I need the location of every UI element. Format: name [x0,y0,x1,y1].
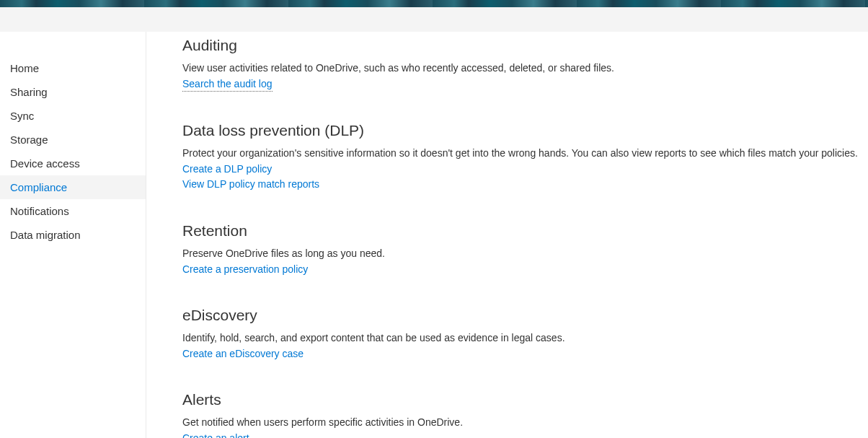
create-preservation-policy-link[interactable]: Create a preservation policy [182,263,868,277]
ediscovery-heading: eDiscovery [182,307,868,324]
create-alert-link[interactable]: Create an alert [182,432,868,438]
sidebar-item-data-migration[interactable]: Data migration [0,223,146,247]
retention-desc: Preserve OneDrive files as long as you n… [182,247,868,261]
section-ediscovery: eDiscovery Identify, hold, search, and e… [182,307,868,361]
create-ediscovery-case-link[interactable]: Create an eDiscovery case [182,347,868,362]
section-dlp: Data loss prevention (DLP) Protect your … [182,122,868,192]
page-layout: Home Sharing Sync Storage Device access … [0,32,868,438]
dlp-heading: Data loss prevention (DLP) [182,122,868,139]
dlp-desc: Protect your organization's sensitive in… [182,146,868,161]
sidebar: Home Sharing Sync Storage Device access … [0,32,146,438]
sidebar-item-sync[interactable]: Sync [0,104,146,128]
sidebar-item-home[interactable]: Home [0,56,146,80]
header-bar [0,7,868,32]
create-dlp-policy-link[interactable]: Create a DLP policy [182,162,868,177]
retention-heading: Retention [182,222,868,240]
sidebar-item-compliance[interactable]: Compliance [0,175,146,199]
section-alerts: Alerts Get notified when users perform s… [182,391,868,438]
section-auditing: Auditing View user activities related to… [182,37,868,92]
section-retention: Retention Preserve OneDrive files as lon… [182,222,868,276]
alerts-desc: Get notified when users perform specific… [182,416,868,430]
main-content: Auditing View user activities related to… [146,32,868,438]
auditing-desc: View user activities related to OneDrive… [182,61,868,76]
auditing-heading: Auditing [182,37,868,54]
ediscovery-desc: Identify, hold, search, and export conte… [182,331,868,346]
alerts-heading: Alerts [182,391,868,408]
search-audit-log-link[interactable]: Search the audit log [182,77,273,92]
sidebar-item-device-access[interactable]: Device access [0,152,146,175]
sidebar-item-storage[interactable]: Storage [0,128,146,152]
view-dlp-reports-link[interactable]: View DLP policy match reports [182,178,868,192]
sidebar-item-notifications[interactable]: Notifications [0,199,146,223]
top-banner [0,0,868,7]
sidebar-item-sharing[interactable]: Sharing [0,80,146,104]
